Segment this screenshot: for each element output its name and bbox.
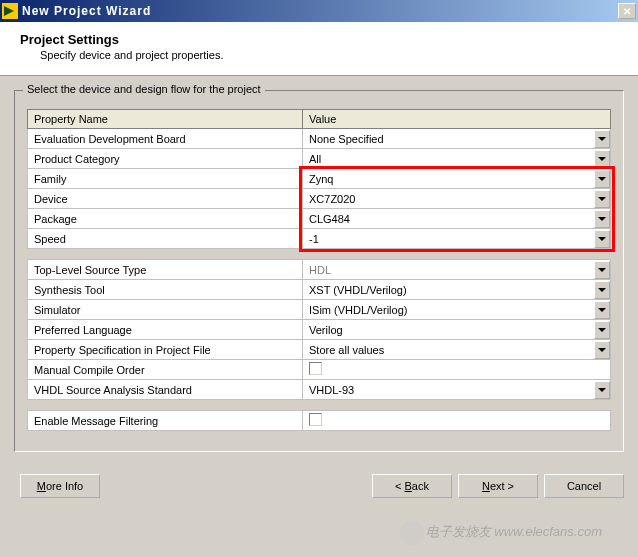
dropdown[interactable]: ISim (VHDL/Verilog) [303,300,610,319]
property-value-cell: None Specified [303,129,611,149]
property-value-cell: Verilog [303,320,611,340]
properties-table-1: Property Name Value Evaluation Developme… [27,109,611,249]
property-value-cell: ISim (VHDL/Verilog) [303,300,611,320]
table-row: Property Specification in Project FileSt… [28,340,611,360]
property-name-cell: Family [28,169,303,189]
table-row: Top-Level Source TypeHDL [28,260,611,280]
dropdown-value: All [303,151,594,167]
dropdown-value: XC7Z020 [303,191,594,207]
next-button[interactable]: Next > [458,474,538,498]
property-name-cell: Top-Level Source Type [28,260,303,280]
checkbox[interactable] [309,362,322,375]
table-row: Synthesis ToolXST (VHDL/Verilog) [28,280,611,300]
chevron-down-icon [598,237,606,241]
chevron-down-icon [598,288,606,292]
table-row: VHDL Source Analysis StandardVHDL-93 [28,380,611,400]
close-button[interactable]: ✕ [618,3,636,19]
chevron-down-icon [598,308,606,312]
property-name-cell: Device [28,189,303,209]
wizard-icon [2,3,18,19]
dropdown-button[interactable] [594,281,610,299]
column-header-value: Value [303,110,611,129]
dropdown-button[interactable] [594,230,610,248]
table-row: FamilyZynq [28,169,611,189]
table-row: Preferred LanguageVerilog [28,320,611,340]
dropdown-button[interactable] [594,170,610,188]
table-row: Evaluation Development BoardNone Specifi… [28,129,611,149]
dropdown-value: VHDL-93 [303,382,594,398]
dropdown-button[interactable] [594,301,610,319]
dropdown-button[interactable] [594,341,610,359]
dropdown[interactable]: Store all values [303,340,610,359]
table-row: Manual Compile Order [28,360,611,380]
chevron-down-icon [598,157,606,161]
property-name-cell: Enable Message Filtering [28,411,303,431]
property-value-cell: HDL [303,260,611,280]
dropdown-button[interactable] [594,150,610,168]
table-row: Product CategoryAll [28,149,611,169]
chevron-down-icon [598,328,606,332]
table-row: PackageCLG484 [28,209,611,229]
dropdown[interactable]: None Specified [303,129,610,148]
properties-table-2: Top-Level Source TypeHDLSynthesis ToolXS… [27,259,611,400]
property-value-cell [303,360,611,380]
main-content: Select the device and design flow for th… [0,76,638,466]
property-value-cell [303,411,611,431]
chevron-down-icon [598,268,606,272]
table-row: SimulatorISim (VHDL/Verilog) [28,300,611,320]
property-name-cell: Manual Compile Order [28,360,303,380]
dropdown[interactable]: VHDL-93 [303,380,610,399]
dropdown-button[interactable] [594,210,610,228]
dropdown[interactable]: XC7Z020 [303,189,610,208]
property-name-cell: VHDL Source Analysis Standard [28,380,303,400]
table-row: Speed-1 [28,229,611,249]
dropdown[interactable]: CLG484 [303,209,610,228]
property-name-cell: Product Category [28,149,303,169]
property-value-cell: Store all values [303,340,611,360]
more-info-button[interactable]: More Info [20,474,100,498]
property-value-cell: CLG484 [303,209,611,229]
property-value-cell: Zynq [303,169,611,189]
dropdown-button[interactable] [594,321,610,339]
dropdown-value: HDL [303,262,594,278]
cancel-button[interactable]: Cancel [544,474,624,498]
property-value-cell: -1 [303,229,611,249]
dropdown-button[interactable] [594,130,610,148]
device-groupbox: Select the device and design flow for th… [14,90,624,452]
properties-table-3: Enable Message Filtering [27,410,611,431]
chevron-down-icon [598,197,606,201]
titlebar: New Project Wizard ✕ [0,0,638,22]
dropdown-button[interactable] [594,261,610,279]
property-name-cell: Evaluation Development Board [28,129,303,149]
dropdown[interactable]: -1 [303,229,610,248]
dropdown-button[interactable] [594,381,610,399]
button-bar: More Info < Back Next > Cancel [0,466,638,512]
dropdown-value: Store all values [303,342,594,358]
property-name-cell: Preferred Language [28,320,303,340]
table-row: Enable Message Filtering [28,411,611,431]
chevron-down-icon [598,217,606,221]
table-row: DeviceXC7Z020 [28,189,611,209]
checkbox[interactable] [309,413,322,426]
dropdown-value: Zynq [303,171,594,187]
property-value-cell: XST (VHDL/Verilog) [303,280,611,300]
groupbox-title: Select the device and design flow for th… [23,83,265,95]
chevron-down-icon [598,137,606,141]
dropdown[interactable]: HDL [303,260,610,279]
chevron-down-icon [598,177,606,181]
dropdown-value: -1 [303,231,594,247]
dropdown[interactable]: All [303,149,610,168]
dropdown-value: None Specified [303,131,594,147]
dropdown-value: XST (VHDL/Verilog) [303,282,594,298]
dropdown[interactable]: Verilog [303,320,610,339]
dropdown-value: ISim (VHDL/Verilog) [303,302,594,318]
property-name-cell: Property Specification in Project File [28,340,303,360]
dropdown[interactable]: XST (VHDL/Verilog) [303,280,610,299]
property-name-cell: Package [28,209,303,229]
back-button[interactable]: < Back [372,474,452,498]
dropdown-button[interactable] [594,190,610,208]
dropdown[interactable]: Zynq [303,169,610,188]
column-header-name: Property Name [28,110,303,129]
watermark: 电子发烧友 www.elecfans.com [400,521,602,545]
page-title: Project Settings [20,32,618,47]
